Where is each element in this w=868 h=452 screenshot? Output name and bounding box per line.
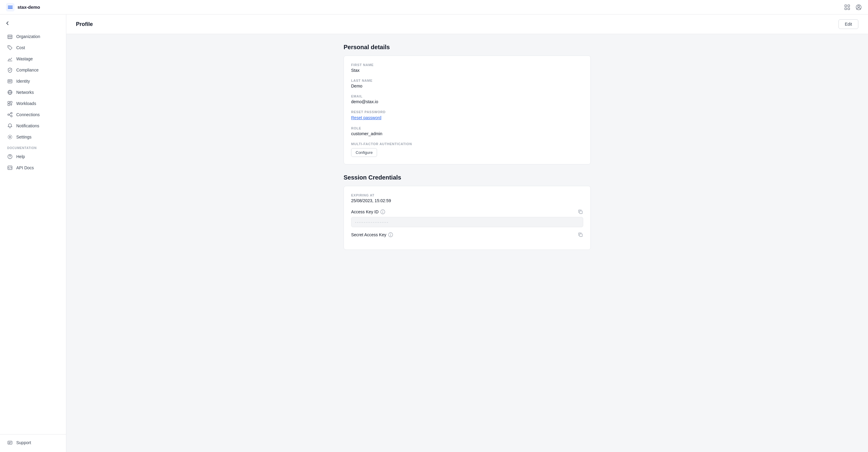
sidebar-item-label: Settings — [16, 135, 32, 139]
access-key-id-label: Access Key ID — [351, 209, 385, 214]
email-field: EMAIL demo@stax.io — [351, 94, 583, 104]
page-title: Profile — [76, 21, 93, 27]
sidebar-item-workloads[interactable]: Workloads — [2, 98, 64, 109]
building-icon — [7, 34, 13, 39]
svg-point-17 — [11, 116, 12, 117]
sidebar-item-compliance[interactable]: Compliance — [2, 64, 64, 76]
role-value: customer_admin — [351, 131, 583, 136]
sidebar-item-notifications[interactable]: Notifications — [2, 120, 64, 131]
mfa-label: MULTI-FACTOR AUTHENTICATION — [351, 142, 583, 146]
sidebar-item-label: Cost — [16, 45, 25, 50]
svg-point-6 — [858, 5, 860, 7]
grid-icon[interactable] — [844, 4, 850, 10]
gear-icon — [7, 134, 13, 140]
api-icon — [7, 165, 13, 170]
identity-icon — [7, 79, 13, 84]
expiring-at-value: 25/08/2023, 15:02:59 — [351, 198, 583, 203]
sidebar-item-label: Help — [16, 154, 25, 159]
sidebar-item-help[interactable]: Help — [2, 151, 64, 162]
role-label: ROLE — [351, 126, 583, 130]
sidebar-item-settings[interactable]: Settings — [2, 132, 64, 142]
sidebar-item-label: Wastage — [16, 56, 33, 61]
edit-button[interactable]: Edit — [838, 19, 858, 29]
expiring-at-field: EXPIRING AT 25/08/2023, 15:02:59 — [351, 193, 583, 203]
chevron-left-icon — [5, 21, 10, 26]
sidebar-item-wastage[interactable]: Wastage — [2, 53, 64, 64]
topbar: stax-demo — [0, 0, 868, 15]
page-content: Personal details FIRST NAME Stax LAST NA… — [332, 34, 603, 269]
svg-rect-12 — [8, 102, 10, 103]
first-name-value: Stax — [351, 68, 583, 73]
svg-point-20 — [10, 158, 10, 159]
svg-rect-25 — [580, 211, 582, 214]
chart-icon — [7, 56, 13, 61]
copy-access-key-icon[interactable] — [578, 209, 583, 215]
reset-password-label: RESET PASSWORD — [351, 110, 583, 114]
workload-icon — [7, 101, 13, 106]
tag-icon — [7, 45, 13, 50]
mfa-field: MULTI-FACTOR AUTHENTICATION Configure — [351, 142, 583, 157]
svg-rect-22 — [8, 441, 12, 444]
first-name-field: FIRST NAME Stax — [351, 63, 583, 73]
svg-point-8 — [9, 47, 9, 47]
email-label: EMAIL — [351, 94, 583, 98]
access-key-id-row: Access Key ID — [351, 209, 583, 215]
reset-password-link[interactable]: Reset password — [351, 115, 381, 120]
sidebar-item-label: API Docs — [16, 165, 34, 170]
sidebar-item-label: Compliance — [16, 67, 38, 73]
sidebar-item-networks[interactable]: Networks — [2, 87, 64, 98]
svg-point-16 — [11, 113, 12, 114]
connections-icon — [7, 112, 13, 117]
help-icon — [7, 154, 13, 159]
configure-mfa-button[interactable]: Configure — [351, 148, 377, 157]
sidebar-item-label: Connections — [16, 112, 40, 117]
sidebar-item-label: Organization — [16, 34, 40, 39]
sidebar-nav: Organization Cost Wastage — [0, 31, 66, 432]
svg-rect-2 — [848, 5, 849, 7]
reset-password-field: RESET PASSWORD Reset password — [351, 110, 583, 120]
sidebar-item-label: Networks — [16, 90, 34, 95]
access-key-info-icon[interactable] — [380, 209, 385, 214]
bell-icon — [7, 123, 13, 129]
access-key-id-block: Access Key ID — [351, 209, 583, 227]
session-credentials-card: EXPIRING AT 25/08/2023, 15:02:59 Access … — [344, 186, 591, 250]
page-header: Profile Edit — [66, 15, 868, 34]
access-key-id-masked: ··················· — [351, 217, 583, 227]
sidebar-item-support[interactable]: Support — [2, 437, 64, 448]
last-name-label: LAST NAME — [351, 79, 583, 82]
documentation-section-label: DOCUMENTATION — [0, 143, 66, 151]
first-name-label: FIRST NAME — [351, 63, 583, 67]
shield-check-icon — [7, 67, 13, 73]
sidebar-item-cost[interactable]: Cost — [2, 42, 64, 53]
secret-access-key-row: Secret Access Key — [351, 232, 583, 237]
secret-access-key-label: Secret Access Key — [351, 232, 393, 237]
sidebar-item-connections[interactable]: Connections — [2, 109, 64, 120]
role-field: ROLE customer_admin — [351, 126, 583, 136]
back-button[interactable] — [0, 18, 66, 28]
svg-point-18 — [9, 136, 11, 138]
sidebar-item-label: Notifications — [16, 123, 39, 128]
svg-rect-3 — [845, 8, 846, 10]
svg-point-24 — [382, 210, 383, 211]
sidebar-support-label: Support — [16, 440, 31, 445]
sidebar-item-identity[interactable]: Identity — [2, 76, 64, 87]
topbar-left: stax-demo — [6, 3, 40, 11]
expiring-at-label: EXPIRING AT — [351, 193, 583, 197]
sidebar-item-organization[interactable]: Organization — [2, 31, 64, 42]
main-content: Profile Edit Personal details FIRST NAME… — [66, 15, 868, 452]
sidebar-bottom: Support — [0, 434, 66, 448]
last-name-value: Demo — [351, 84, 583, 88]
svg-point-15 — [8, 114, 9, 116]
svg-rect-4 — [848, 8, 849, 10]
stax-logo — [6, 3, 14, 11]
user-circle-icon[interactable] — [855, 4, 862, 10]
session-credentials-title: Session Credentials — [344, 174, 591, 181]
sidebar: Organization Cost Wastage — [0, 15, 66, 452]
last-name-field: LAST NAME Demo — [351, 79, 583, 88]
svg-point-27 — [390, 233, 391, 234]
svg-rect-7 — [8, 35, 12, 38]
sidebar-item-api-docs[interactable]: API Docs — [2, 162, 64, 173]
secret-key-info-icon[interactable] — [388, 232, 393, 237]
svg-rect-1 — [845, 5, 846, 7]
copy-secret-key-icon[interactable] — [578, 232, 583, 237]
